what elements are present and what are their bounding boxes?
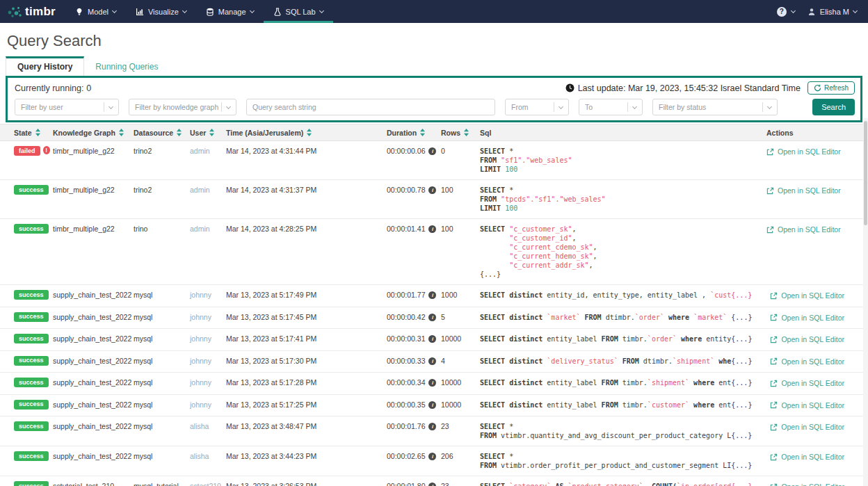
column-header-knowledge-graph[interactable]: Knowledge Graph [53, 129, 134, 137]
table-row: successsupply_chain_test_2022mysqljohnny… [0, 329, 868, 351]
external-link-icon [770, 357, 778, 365]
sort-icon[interactable] [35, 129, 40, 136]
tab-running-queries[interactable]: Running Queries [84, 57, 169, 76]
duration-cell: 00:00:01.41i [387, 219, 441, 238]
open-in-sql-editor-link[interactable]: Open in SQL Editor [770, 422, 844, 431]
open-in-sql-editor-link[interactable]: Open in SQL Editor [770, 400, 844, 410]
sort-icon[interactable] [307, 129, 312, 136]
timbr-logo-icon [7, 4, 22, 19]
info-icon[interactable]: i [428, 483, 436, 486]
knowledge-graph-cell: supply_chain_test_2022 [53, 446, 134, 466]
nav-item-label: SQL Lab [286, 8, 316, 16]
status-badge: success [14, 378, 49, 387]
user-menu[interactable]: Elisha M [807, 8, 857, 16]
sql-cell: SELECT distinct entity_label FROM timbr.… [480, 373, 770, 393]
sql-cell: SELECT distinct entity_label FROM timbr.… [480, 395, 770, 415]
external-link-icon [770, 483, 778, 486]
time-cell: Mar 13, 2023 at 3:26:53 PM [226, 476, 387, 486]
rows-cell: 23 [441, 476, 480, 486]
tab-query-history[interactable]: Query History [6, 56, 84, 76]
column-header-duration[interactable]: Duration [387, 129, 441, 137]
knowledge-graph-cell: timbr_multiple_g22 [53, 141, 134, 161]
nav-item-label: Visualize [148, 8, 179, 16]
open-in-sql-editor-link[interactable]: Open in SQL Editor [766, 147, 841, 156]
info-icon[interactable]: i [428, 335, 436, 343]
external-link-icon [770, 336, 778, 343]
open-in-sql-editor-link[interactable]: Open in SQL Editor [770, 482, 844, 486]
sort-icon[interactable] [464, 129, 469, 136]
column-header-datasource[interactable]: Datasource [134, 129, 190, 137]
datasource-cell: mysql [134, 285, 190, 305]
open-in-sql-editor-link[interactable]: Open in SQL Editor [766, 225, 841, 234]
chevron-down-icon [112, 8, 117, 13]
open-in-sql-editor-link[interactable]: Open in SQL Editor [770, 378, 844, 387]
column-header-user[interactable]: User [190, 129, 226, 137]
status-badge: success [14, 334, 49, 343]
nav-item-visualize[interactable]: Visualize [126, 0, 196, 23]
user-cell: admin [190, 141, 226, 161]
user-cell: admin [190, 219, 226, 238]
info-icon[interactable]: i [428, 423, 436, 430]
timbr-logo[interactable]: timbr [0, 0, 65, 23]
filter-status-select[interactable]: Filter by status [652, 99, 778, 115]
column-header-state[interactable]: State [14, 129, 53, 137]
external-link-icon [770, 401, 778, 409]
nav-item-model[interactable]: Model [65, 0, 126, 23]
datasource-cell: mysql_tutorial [134, 476, 190, 486]
search-button[interactable]: Search [812, 99, 855, 115]
error-icon[interactable]: ! [43, 146, 50, 154]
datasource-cell: mysql [134, 329, 190, 348]
info-icon[interactable]: i [428, 225, 436, 233]
info-icon[interactable]: i [428, 186, 436, 194]
status-badge: success [14, 356, 49, 366]
column-header-rows[interactable]: Rows [441, 129, 480, 137]
chevron-down-icon [182, 8, 187, 13]
info-icon[interactable]: i [428, 357, 436, 365]
chevron-down-icon [226, 104, 231, 108]
chevron-down-icon [319, 8, 324, 13]
info-icon[interactable]: i [428, 314, 436, 321]
datasource-cell: mysql [134, 373, 190, 392]
user-cell: johnny [190, 307, 226, 327]
open-in-sql-editor-link[interactable]: Open in SQL Editor [770, 357, 844, 366]
sort-icon[interactable] [119, 129, 124, 136]
chevron-down-icon [632, 104, 637, 108]
info-icon[interactable]: i [428, 401, 436, 409]
scrollbar-track[interactable] [863, 118, 868, 486]
info-icon[interactable]: i [428, 379, 436, 387]
datasource-cell: mysql [134, 351, 190, 371]
scrollbar-thumb[interactable] [864, 121, 867, 225]
nav-item-manage[interactable]: Manage [196, 0, 264, 23]
info-icon[interactable]: i [428, 453, 436, 460]
refresh-button[interactable]: Refresh [807, 81, 855, 95]
sort-icon[interactable] [420, 129, 425, 136]
query-search-input[interactable] [246, 99, 495, 115]
to-date-select[interactable]: To [579, 99, 643, 115]
knowledge-graph-cell: supply_chain_test_2022 [53, 416, 134, 436]
column-header-time-asia-jerusalem-[interactable]: Time (Asia/Jerusalem) [226, 129, 387, 137]
filter-knowledge-graph-select[interactable]: Filter by knowledge graph [129, 99, 236, 115]
from-date-select[interactable]: From [505, 99, 569, 115]
help-menu[interactable]: ? [777, 7, 795, 17]
table-row: successsctutorial_test_210mysql_tutorial… [0, 476, 868, 486]
nav-item-sql-lab[interactable]: SQL Lab [264, 0, 333, 23]
info-icon[interactable]: i [428, 291, 436, 299]
sort-icon[interactable] [177, 129, 182, 136]
currently-running-count: 0 [86, 83, 91, 93]
open-in-sql-editor-link[interactable]: Open in SQL Editor [766, 186, 841, 195]
filter-user-select[interactable]: Filter by user [15, 99, 119, 115]
external-link-icon [770, 292, 778, 300]
rows-cell: 206 [441, 446, 480, 466]
open-in-sql-editor-link[interactable]: Open in SQL Editor [770, 313, 844, 322]
external-link-icon [770, 453, 778, 461]
rows-cell: 100 [441, 219, 480, 238]
open-in-sql-editor-link[interactable]: Open in SQL Editor [770, 452, 844, 461]
info-icon[interactable]: i [428, 147, 436, 155]
user-cell: johnny [190, 373, 226, 392]
open-in-sql-editor-link[interactable]: Open in SQL Editor [770, 291, 844, 300]
person-icon [807, 8, 816, 16]
user-name: Elisha M [820, 8, 849, 16]
user-cell: johnny [190, 329, 226, 348]
sort-icon[interactable] [209, 129, 214, 136]
open-in-sql-editor-link[interactable]: Open in SQL Editor [770, 334, 844, 343]
